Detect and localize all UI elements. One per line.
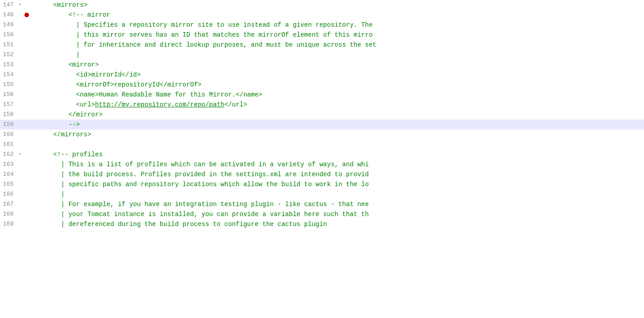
line-content: | dereferenced during the build process … — [36, 219, 644, 229]
fold-indicator — [16, 20, 24, 30]
line-content: | For example, if you have an integratio… — [36, 199, 644, 209]
fold-indicator — [16, 110, 24, 120]
gutter-area: 168 — [0, 209, 36, 219]
fold-indicator — [16, 159, 24, 169]
fold-indicator — [16, 219, 24, 229]
line-number: 147 — [0, 0, 16, 10]
line-content — [36, 140, 644, 149]
breakpoint-column — [24, 209, 30, 219]
fold-indicator — [16, 130, 24, 140]
xml-tag: <url> — [38, 101, 95, 108]
line-number: 156 — [0, 90, 16, 100]
line-content: <mirrors> — [36, 0, 644, 10]
line-content: | for inheritance and direct lookup purp… — [36, 40, 644, 50]
line-content: </mirrors> — [36, 130, 644, 140]
breakpoint-column — [24, 10, 30, 20]
line-number: 162 — [0, 149, 16, 159]
fold-indicator — [16, 100, 24, 110]
breakpoint-column — [24, 140, 30, 149]
fold-indicator — [16, 169, 24, 179]
xml-tag: <id>mirrorId</id> — [38, 71, 141, 78]
line-number: 160 — [0, 130, 16, 140]
xml-comment: <!-- profiles — [38, 151, 103, 158]
gutter-area: 147▾ — [0, 0, 36, 10]
code-line: 166 | — [0, 189, 644, 199]
breakpoint-column — [24, 70, 30, 80]
line-number: 158 — [0, 110, 16, 120]
line-number: 148 — [0, 10, 16, 20]
gutter-area: 158 — [0, 110, 36, 120]
breakpoint-column — [24, 80, 30, 90]
fold-indicator[interactable]: ▾ — [16, 149, 24, 159]
breakpoint-marker — [24, 13, 29, 17]
gutter-area: 159 — [0, 120, 36, 130]
fold-indicator — [16, 40, 24, 50]
xml-tag: <mirror> — [38, 61, 99, 68]
gutter-area: 167 — [0, 199, 36, 209]
line-number: 166 — [0, 189, 16, 199]
xml-comment: | — [38, 51, 80, 58]
code-line: 157 <url>http://my.repository.com/repo/p… — [0, 100, 644, 110]
gutter-area: 162▾ — [0, 149, 36, 159]
breakpoint-column — [24, 50, 30, 60]
line-content: | — [36, 189, 644, 199]
breakpoint-column — [24, 0, 30, 10]
line-content: <!-- profiles — [36, 149, 644, 159]
code-line: 169 | dereferenced during the build proc… — [0, 219, 644, 229]
xml-comment: | dereferenced during the build process … — [38, 221, 327, 228]
breakpoint-column — [24, 199, 30, 209]
line-content: | — [36, 50, 644, 60]
code-line: 152 | — [0, 50, 644, 60]
line-number: 167 — [0, 199, 16, 209]
fold-indicator[interactable]: ▾ — [16, 0, 24, 10]
xml-comment: | the build process. Profiles provided i… — [38, 171, 369, 178]
gutter-area: 157 — [0, 100, 36, 110]
line-content: <mirrorOf>repositoryId</mirrorOf> — [36, 80, 644, 90]
line-number: 165 — [0, 179, 16, 189]
line-content: <id>mirrorId</id> — [36, 70, 644, 80]
line-number: 149 — [0, 20, 16, 30]
breakpoint-column — [24, 30, 30, 40]
line-content: <name>Human Readable Name for this Mirro… — [36, 90, 644, 100]
fold-indicator — [16, 90, 24, 100]
xml-comment: --> — [38, 121, 80, 128]
xml-tag: <name>Human Readable Name for this Mirro… — [38, 91, 262, 98]
code-line: 167 | For example, if you have an integr… — [0, 199, 644, 209]
code-line: 150 | this mirror serves has an ID that … — [0, 30, 644, 40]
gutter-area: 148 — [0, 10, 36, 20]
code-line: 158 </mirror> — [0, 110, 644, 120]
gutter-area: 150 — [0, 30, 36, 40]
code-line: 164 | the build process. Profiles provid… — [0, 169, 644, 179]
code-line: 148 <!-- mirror — [0, 10, 644, 20]
xml-tag: </mirrors> — [38, 131, 91, 138]
breakpoint-column — [24, 90, 30, 100]
xml-tag: </mirror> — [38, 111, 103, 118]
fold-indicator — [16, 120, 24, 130]
line-content: | This is a list of profiles which can b… — [36, 159, 644, 169]
line-content: | Specifies a repository mirror site to … — [36, 20, 644, 30]
breakpoint-column — [24, 179, 30, 189]
xml-comment: | — [38, 191, 65, 198]
line-number: 150 — [0, 30, 16, 40]
gutter-area: 156 — [0, 90, 36, 100]
xml-tag: <mirrorOf>repositoryId</mirrorOf> — [38, 81, 201, 88]
xml-comment: | Specifies a repository mirror site to … — [38, 21, 372, 29]
breakpoint-column — [24, 110, 30, 120]
breakpoint-column — [24, 149, 30, 159]
code-line: 165 | specific paths and repository loca… — [0, 179, 644, 189]
xml-tag: <mirrors> — [38, 1, 87, 9]
gutter-area: 151 — [0, 40, 36, 50]
xml-comment: | your Tomcat instance is installed, you… — [38, 211, 369, 218]
gutter-area: 152 — [0, 50, 36, 60]
code-line: 154 <id>mirrorId</id> — [0, 70, 644, 80]
line-content: | specific paths and repository location… — [36, 179, 644, 189]
line-number: 163 — [0, 159, 16, 169]
breakpoint-column — [24, 20, 30, 30]
line-number: 161 — [0, 140, 16, 149]
breakpoint-column — [24, 130, 30, 140]
line-content: | your Tomcat instance is installed, you… — [36, 209, 644, 219]
gutter-area: 163 — [0, 159, 36, 169]
code-line: 149 | Specifies a repository mirror site… — [0, 20, 644, 30]
line-content: <mirror> — [36, 60, 644, 70]
line-content: | the build process. Profiles provided i… — [36, 169, 644, 179]
